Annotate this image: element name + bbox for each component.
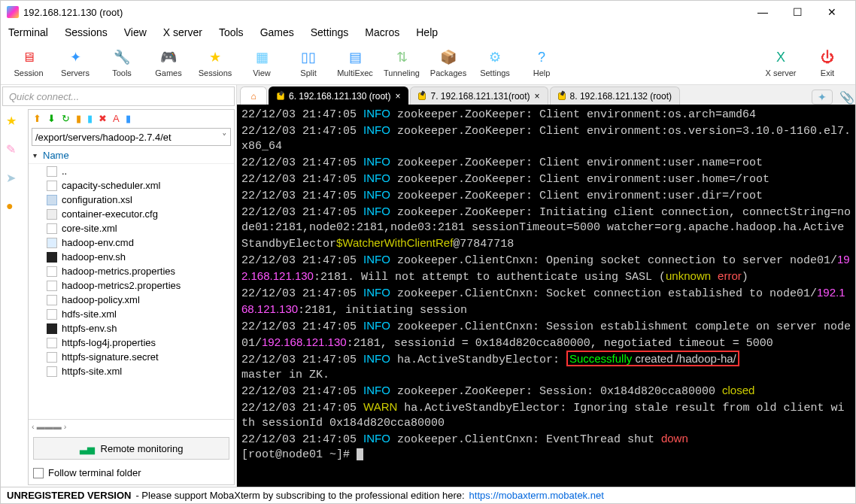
file-row[interactable]: httpfs-site.xml: [29, 364, 234, 378]
close-tab-icon[interactable]: ×: [535, 91, 540, 102]
home-icon: ⌂: [250, 91, 256, 102]
menu-sessions[interactable]: Sessions: [65, 26, 108, 38]
sftp-toolbar: ⬆ ⬇ ↻ ▮ ▮ ✖ A ▮: [29, 110, 234, 126]
help-button-icon: ?: [533, 48, 551, 66]
settings-button[interactable]: ⚙Settings: [472, 48, 518, 77]
split-button-icon: ▯▯: [299, 48, 317, 66]
xserver-button-icon: X: [772, 48, 790, 66]
menubar: TerminalSessionsViewX serverToolsGamesSe…: [1, 23, 855, 41]
download-icon[interactable]: ⬇: [47, 113, 56, 124]
paperclip-icon[interactable]: 📎: [839, 90, 855, 105]
file-icon: [47, 366, 57, 377]
maximize-button[interactable]: ☐: [780, 1, 815, 23]
games-button-icon: 🎮: [159, 48, 178, 66]
menu-view[interactable]: View: [124, 26, 147, 38]
file-list[interactable]: Name ..capacity-scheduler.xmlconfigurati…: [29, 147, 234, 419]
terminal[interactable]: 22/12/03 21:47:05 INFO zookeeper.ZooKeep…: [237, 105, 855, 487]
quick-connect-input[interactable]: Quick connect...: [2, 87, 235, 106]
chevron-down-icon: ˅: [222, 132, 227, 143]
monitor-icon: ▃▅: [80, 443, 95, 454]
tunneling-button-icon: ⇅: [393, 48, 411, 66]
menu-macros[interactable]: Macros: [365, 26, 399, 38]
tab-6[interactable]: 6. 192.168.121.130 (root)×: [269, 87, 408, 105]
horizontal-scrollbar[interactable]: ‹ ▬▬▬ ›: [29, 419, 234, 433]
minimize-button[interactable]: —: [745, 1, 780, 23]
exit-button[interactable]: ⏻Exit: [804, 48, 851, 77]
file-list-header[interactable]: Name: [29, 147, 234, 164]
tools-button[interactable]: 🔧Tools: [99, 48, 145, 77]
split-button[interactable]: ▯▯Split: [285, 48, 332, 77]
new-tab-button[interactable]: ✦: [812, 90, 833, 105]
packages-button-icon: 📦: [439, 48, 457, 66]
window-title: 192.168.121.130 (root): [23, 7, 123, 18]
session-tabs: ⌂ 6. 192.168.121.130 (root)×7. 192.168.1…: [237, 85, 855, 105]
exit-button-icon: ⏻: [818, 48, 836, 66]
refresh-icon[interactable]: ↻: [62, 113, 70, 124]
file-row[interactable]: hadoop-metrics.properties: [29, 264, 234, 278]
file-row[interactable]: hdfs-site.xml: [29, 307, 234, 321]
tunneling-button[interactable]: ⇅Tunneling: [378, 48, 425, 77]
menu-games[interactable]: Games: [260, 26, 294, 38]
path-value: /export/servers/hadoop-2.7.4/et: [35, 132, 172, 143]
titlebar: 192.168.121.130 (root) — ☐ ✕: [1, 1, 855, 23]
file-row[interactable]: container-executor.cfg: [29, 207, 234, 221]
newfolder-icon[interactable]: ▮: [76, 113, 81, 124]
globe-icon[interactable]: ●: [6, 199, 21, 214]
list-icon[interactable]: ▮: [126, 113, 131, 124]
file-row[interactable]: httpfs-signature.secret: [29, 350, 234, 364]
settings-button-icon: ⚙: [486, 48, 504, 66]
file-row[interactable]: configuration.xsl: [29, 193, 234, 207]
file-row[interactable]: core-site.xml: [29, 221, 234, 235]
send-icon[interactable]: ➤: [6, 171, 21, 186]
upload-icon[interactable]: ⬆: [33, 113, 41, 124]
menu-terminal[interactable]: Terminal: [8, 26, 48, 38]
subscribe-link[interactable]: https://mobaxterm.mobatek.net: [469, 490, 604, 501]
file-row[interactable]: capacity-scheduler.xml: [29, 178, 234, 193]
help-button[interactable]: ?Help: [518, 48, 565, 77]
file-icon: [47, 281, 57, 291]
newfile-icon[interactable]: ▮: [87, 113, 93, 124]
file-row[interactable]: hadoop-metrics2.properties: [29, 278, 234, 293]
tab-8[interactable]: 8. 192.168.121.132 (root): [550, 87, 680, 105]
games-button[interactable]: 🎮Games: [145, 48, 192, 77]
cursor: [357, 448, 363, 460]
toolbar: 🖥Session✦Servers🔧Tools🎮Games★Sessions▦Vi…: [1, 41, 855, 85]
menu-settings[interactable]: Settings: [311, 26, 349, 38]
file-icon: [47, 166, 57, 177]
file-row[interactable]: httpfs-log4j.properties: [29, 335, 234, 350]
file-row[interactable]: httpfs-env.sh: [29, 321, 234, 335]
terminal-icon: [277, 93, 284, 100]
close-button[interactable]: ✕: [815, 1, 849, 23]
file-row[interactable]: ..: [29, 164, 234, 178]
session-button[interactable]: 🖥Session: [5, 48, 52, 77]
file-icon: [47, 338, 57, 348]
file-icon: [47, 309, 57, 320]
follow-terminal-checkbox[interactable]: Follow terminal folder: [33, 467, 229, 478]
file-row[interactable]: hadoop-env.cmd: [29, 235, 234, 250]
star-icon[interactable]: ★: [6, 114, 21, 129]
file-icon: [47, 181, 57, 191]
path-selector[interactable]: /export/servers/hadoop-2.7.4/et ˅: [32, 128, 231, 146]
view-button[interactable]: ▦View: [238, 48, 285, 77]
tab-home[interactable]: ⌂: [240, 87, 267, 105]
multiexec-button-icon: ▤: [346, 48, 364, 66]
xserver-button[interactable]: XX server: [757, 48, 804, 77]
menu-tools[interactable]: Tools: [219, 26, 244, 38]
menu-x-server[interactable]: X server: [163, 26, 202, 38]
tools-button-icon: 🔧: [113, 48, 131, 66]
packages-button[interactable]: 📦Packages: [425, 48, 472, 77]
checkbox-icon: [33, 468, 44, 478]
remote-monitoring-button[interactable]: ▃▅ Remote monitoring: [33, 437, 229, 460]
sessions-button[interactable]: ★Sessions: [192, 48, 238, 77]
file-row[interactable]: hadoop-env.sh: [29, 250, 234, 264]
servers-button[interactable]: ✦Servers: [52, 48, 99, 77]
brush-icon[interactable]: ✎: [6, 142, 21, 157]
menu-help[interactable]: Help: [416, 26, 438, 38]
multiexec-button[interactable]: ▤MultiExec: [332, 48, 378, 77]
delete-icon[interactable]: ✖: [99, 113, 107, 124]
alpha-icon[interactable]: A: [113, 113, 120, 124]
tab-7[interactable]: 7. 192.168.121.131(root)×: [410, 87, 548, 105]
file-row[interactable]: hadoop-policy.xml: [29, 293, 234, 307]
file-icon: [47, 266, 57, 277]
close-tab-icon[interactable]: ×: [395, 91, 400, 102]
